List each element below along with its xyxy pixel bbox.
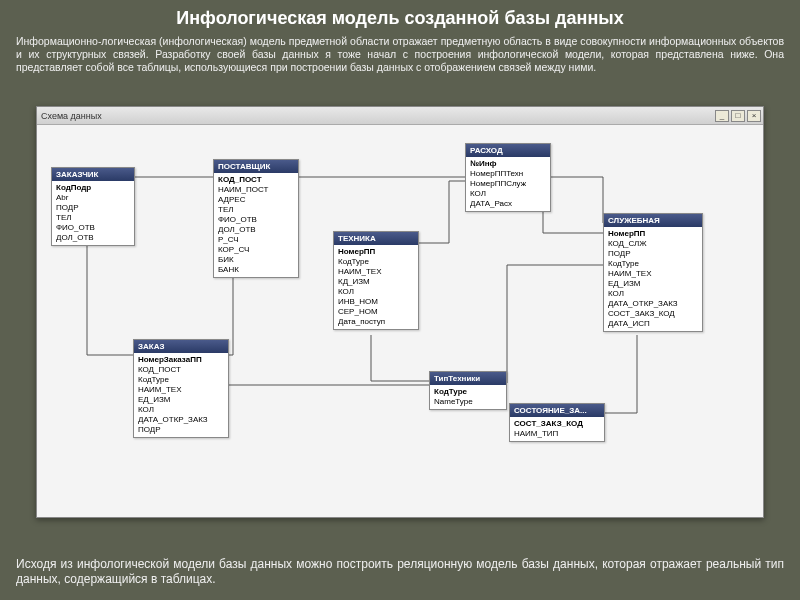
entity-header: СЛУЖЕБНАЯ: [604, 214, 702, 227]
field: ДОЛ_ОТВ: [56, 233, 130, 243]
entity-sostoyanie[interactable]: СОСТОЯНИЕ_ЗА... СОСТ_ЗАКЗ_КОД НАИМ_ТИП: [509, 403, 605, 442]
page-title: Инфологическая модель созданной базы дан…: [0, 0, 800, 35]
entity-header: ТЕХНИКА: [334, 232, 418, 245]
field: КОД_ПОСТ: [138, 365, 224, 375]
field: СОСТ_ЗАКЗ_КОД: [608, 309, 698, 319]
field: ЕД_ИЗМ: [608, 279, 698, 289]
field: NameType: [434, 397, 502, 407]
field: ПОДР: [138, 425, 224, 435]
maximize-button[interactable]: □: [731, 110, 745, 122]
entity-header: ПОСТАВЩИК: [214, 160, 298, 173]
field: Abr: [56, 193, 130, 203]
field: НАИМ_ПОСТ: [218, 185, 294, 195]
field: ТЕЛ: [56, 213, 130, 223]
field: ДАТА_ОТКР_ЗАКЗ: [138, 415, 224, 425]
field: ТЕЛ: [218, 205, 294, 215]
field: ДОЛ_ОТВ: [218, 225, 294, 235]
field: ДАТА_ОТКР_ЗАКЗ: [608, 299, 698, 309]
field: НомерППСлуж: [470, 179, 546, 189]
field: №Инф: [470, 159, 546, 169]
entity-header: РАСХОД: [466, 144, 550, 157]
field: НАИМ_ТЕХ: [138, 385, 224, 395]
schema-canvas: ЗАКАЗЧИК КодПодр Abr ПОДР ТЕЛ ФИО_ОТВ ДО…: [37, 125, 763, 517]
field: КодТуре: [138, 375, 224, 385]
field: КОЛ: [138, 405, 224, 415]
field: ФИО_ОТВ: [218, 215, 294, 225]
outro-paragraph: Исходя из инфологической модели базы дан…: [0, 557, 800, 588]
field: ФИО_ОТВ: [56, 223, 130, 233]
field: СЕР_НОМ: [338, 307, 414, 317]
close-button[interactable]: ×: [747, 110, 761, 122]
field: КОЛ: [470, 189, 546, 199]
entity-postavschik[interactable]: ПОСТАВЩИК КОД_ПОСТ НАИМ_ПОСТ АДРЕС ТЕЛ Ф…: [213, 159, 299, 278]
intro-paragraph: Информационно-логическая (инфологическая…: [0, 35, 800, 74]
field: Р_СЧ: [218, 235, 294, 245]
field: НАИМ_ТЕХ: [608, 269, 698, 279]
entity-tiptehniki[interactable]: ТипТехники КодТуре NameType: [429, 371, 507, 410]
field: КодТуре: [608, 259, 698, 269]
field: КОД_ПОСТ: [218, 175, 294, 185]
field: КОЛ: [338, 287, 414, 297]
field: ПОДР: [56, 203, 130, 213]
window-title: Схема данных: [41, 111, 102, 121]
field: НомерЗаказаПП: [138, 355, 224, 365]
field: АДРЕС: [218, 195, 294, 205]
entity-sluzhebnaya[interactable]: СЛУЖЕБНАЯ НомерПП КОД_СЛЖ ПОДР КодТуре Н…: [603, 213, 703, 332]
field: КодТуре: [338, 257, 414, 267]
entity-header: ТипТехники: [430, 372, 506, 385]
field: БАНК: [218, 265, 294, 275]
field: НомерПП: [608, 229, 698, 239]
entity-tehnika[interactable]: ТЕХНИКА НомерПП КодТуре НАИМ_ТЕХ КД_ИЗМ …: [333, 231, 419, 330]
window-titlebar: Схема данных _ □ ×: [37, 107, 763, 125]
field: Дата_поступ: [338, 317, 414, 327]
field: БИК: [218, 255, 294, 265]
field: НАИМ_ТИП: [514, 429, 600, 439]
field: КОР_СЧ: [218, 245, 294, 255]
field: НомерПП: [338, 247, 414, 257]
field: ЕД_ИЗМ: [138, 395, 224, 405]
field: КОД_СЛЖ: [608, 239, 698, 249]
field: КД_ИЗМ: [338, 277, 414, 287]
entity-header: ЗАКАЗ: [134, 340, 228, 353]
field: КодПодр: [56, 183, 130, 193]
field: СОСТ_ЗАКЗ_КОД: [514, 419, 600, 429]
field: КодТуре: [434, 387, 502, 397]
minimize-button[interactable]: _: [715, 110, 729, 122]
field: ИНВ_НОМ: [338, 297, 414, 307]
schema-window: Схема данных _ □ ×: [36, 106, 764, 518]
field: ДАТА_ИСП: [608, 319, 698, 329]
field: ДАТА_Расх: [470, 199, 546, 209]
entity-rashod[interactable]: РАСХОД №Инф НомерППТехн НомерППСлуж КОЛ …: [465, 143, 551, 212]
entity-zakaz[interactable]: ЗАКАЗ НомерЗаказаПП КОД_ПОСТ КодТуре НАИ…: [133, 339, 229, 438]
field: КОЛ: [608, 289, 698, 299]
entity-header: СОСТОЯНИЕ_ЗА...: [510, 404, 604, 417]
field: НАИМ_ТЕХ: [338, 267, 414, 277]
field: ПОДР: [608, 249, 698, 259]
entity-zakazchik[interactable]: ЗАКАЗЧИК КодПодр Abr ПОДР ТЕЛ ФИО_ОТВ ДО…: [51, 167, 135, 246]
field: НомерППТехн: [470, 169, 546, 179]
entity-header: ЗАКАЗЧИК: [52, 168, 134, 181]
